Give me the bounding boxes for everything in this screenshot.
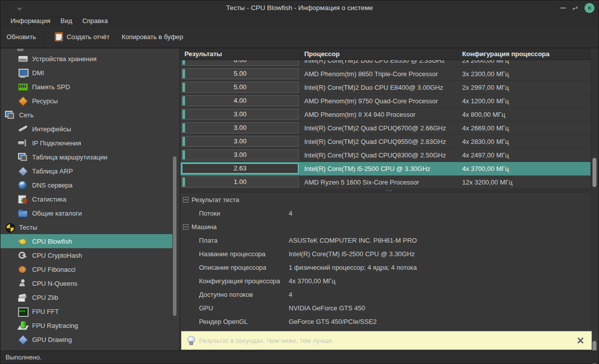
- table-row[interactable]: 4.00 AMD Phenom(tm) 9750 Quad-Core Proce…: [180, 94, 590, 108]
- sidebar-item-interfaces[interactable]: Интерфейсы: [1, 122, 172, 136]
- menu-information[interactable]: Информация: [6, 16, 56, 27]
- sidebar-item-gpu-drawing[interactable]: GPU Drawing: [1, 332, 172, 346]
- sidebar-item-fpu-fft[interactable]: FPU FFT: [1, 304, 172, 318]
- table-row[interactable]: 5.00 Intel(R) Core(TM)2 Duo CPU E8400@ 3…: [180, 81, 590, 94]
- sidebar-item-cpu-cryptohash[interactable]: CPU CryptoHash: [1, 248, 172, 262]
- status-text: Выполнено.: [6, 353, 42, 361]
- details-group-test-result[interactable]: Результат теста: [180, 193, 590, 207]
- hardinfo-window: Тесты - CPU Blowfish - Информация о сист…: [0, 0, 599, 364]
- sidebar-item-cpu-blowfish[interactable]: CPU Blowfish: [1, 234, 172, 248]
- table-row[interactable]: 6.00 Intel(R) Core(TM)2 Duo CPU E6550 @ …: [180, 60, 590, 67]
- result-bar: 3.00: [181, 122, 299, 133]
- details-row[interactable]: GPU NVIDIA GeForce GTS 450: [180, 301, 590, 315]
- details-scrollbar-track[interactable]: [590, 193, 598, 329]
- minimize-button[interactable]: [560, 8, 566, 9]
- diamond-icon: [18, 166, 28, 176]
- column-header-config[interactable]: Конфигурация процессора: [458, 49, 590, 60]
- result-bar: 1.00: [181, 176, 299, 188]
- collapse-expander-icon[interactable]: [183, 197, 188, 203]
- sidebar-item-cpu-zlib[interactable]: CPU Zlib: [1, 290, 172, 304]
- details-group-machine[interactable]: Машина: [180, 220, 590, 234]
- cylinder-icon: [18, 320, 28, 330]
- result-bar: 4.00: [181, 95, 299, 106]
- table-row[interactable]: 3.00 Intel(R) Core(TM)2 Quad CPUQ9550@ 2…: [180, 135, 590, 148]
- column-header-processor[interactable]: Процессор: [300, 49, 458, 60]
- result-bar: 5.00: [181, 82, 299, 93]
- harddisk-icon: [18, 54, 28, 64]
- generate-report-button[interactable]: Создать отчёт: [49, 30, 116, 45]
- column-header-results[interactable]: Результаты: [180, 49, 300, 60]
- toolbar: Обновить Создать отчёт Копировать в буфе…: [1, 27, 598, 48]
- roller-icon: [18, 292, 28, 302]
- table-row[interactable]: 3.00 Intel(R) Core(TM)2 Quad CPUQ6700@ 2…: [180, 121, 590, 135]
- details-row[interactable]: Рендер OpenGL GeForce GTS 450/PCIe/SSE2: [180, 315, 590, 328]
- window-title: Тесты - CPU Blowfish - Информация о сист…: [1, 1, 598, 16]
- menu-view[interactable]: Вид: [56, 16, 78, 27]
- copy-to-clipboard-button[interactable]: Копировать в буфер: [116, 30, 189, 45]
- result-bar: 3.00: [181, 109, 299, 120]
- sidebar-item-memory-spd[interactable]: Память SPD: [1, 80, 172, 94]
- sidebar-item-arp-table[interactable]: Таблица ARP: [1, 164, 172, 178]
- result-bar: 2.63: [181, 163, 299, 174]
- sidebar-item-shared-directories[interactable]: Общие каталоги: [1, 206, 172, 220]
- details-row[interactable]: Плата ASUSTeK COMPUTER INC. P8H61-M PRO: [180, 234, 590, 247]
- sidebar-scrollbar[interactable]: [173, 156, 176, 316]
- sidebar-item-statistics[interactable]: Статистика: [1, 192, 172, 206]
- sidebar-item-storage[interactable]: Устройства хранения: [1, 52, 172, 66]
- shell-icon: [18, 264, 28, 274]
- sidebar-item-dmi[interactable]: DMI: [1, 66, 172, 80]
- sidebar-item-cpu-nqueens[interactable]: CPU N-Queens: [1, 276, 172, 290]
- result-bar: 5.00: [181, 68, 299, 79]
- refresh-button[interactable]: Обновить: [1, 30, 42, 45]
- oscilloscope-icon: [18, 306, 28, 316]
- table-scrollbar-track[interactable]: [590, 49, 598, 189]
- benchmark-icon: [5, 222, 15, 232]
- details-pane: Результат теста Потоки 4 Машина Плата AS…: [180, 193, 590, 329]
- computer-icon: [18, 68, 28, 78]
- collapse-expander-icon[interactable]: [183, 224, 188, 230]
- cable-icon: [18, 124, 28, 134]
- table-row[interactable]: 3.00 AMD Phenom(tm) II X4 940 Processor …: [180, 108, 590, 121]
- result-bar: 6.00: [181, 60, 299, 66]
- sidebar-category-benchmarks[interactable]: Тесты: [1, 220, 172, 234]
- menubar: Информация Вид Справка: [1, 16, 598, 27]
- details-row[interactable]: Конфигурация процессора 4x 3700,00 МГц: [180, 274, 590, 288]
- globe-icon: [18, 180, 28, 190]
- diamond-icon: [18, 334, 28, 344]
- statistics-icon: [18, 194, 28, 204]
- sidebar-item-ip-connections[interactable]: IP Подключения: [1, 136, 172, 150]
- report-clipboard-icon: [55, 32, 63, 42]
- table-row-selected[interactable]: 2.63 Intel(R) Core(TM) i5-2500 CPU @ 3.3…: [180, 162, 590, 175]
- refresh-button-label: Обновить: [7, 33, 36, 41]
- pane-splitter[interactable]: ⋯: [180, 189, 598, 193]
- details-row[interactable]: Потоки 4: [180, 207, 590, 220]
- table-row[interactable]: 3.00 Intel(R) Core(TM)2 Quad CPUQ8300@ 2…: [180, 148, 590, 162]
- fish-icon: [18, 236, 28, 246]
- sidebar-item-dns-servers[interactable]: DNS сервера: [1, 178, 172, 192]
- result-bar: 3.00: [181, 149, 299, 160]
- hint-text: Результат в секундах. Чем ниже, тем лучш…: [199, 337, 571, 344]
- lightbulb-icon: [187, 336, 194, 345]
- maximize-button[interactable]: [573, 6, 577, 11]
- sidebar-item-resources[interactable]: Ресурсы: [1, 94, 172, 108]
- close-button[interactable]: [584, 3, 594, 13]
- details-row[interactable]: Название процессора Intel(R) Core(TM) i5…: [180, 247, 590, 261]
- table-scrollbar-thumb[interactable]: [592, 158, 596, 187]
- titlebar: Тесты - CPU Blowfish - Информация о сист…: [1, 1, 598, 16]
- network-icon: [5, 110, 15, 120]
- sidebar-item-cpu-fibonacci[interactable]: CPU Fibonacci: [1, 262, 172, 276]
- sidebar-item-fpu-raytracing[interactable]: FPU Raytracing: [1, 318, 172, 332]
- sidebar: Устройства хранения DMI Память SPD Ресур…: [1, 48, 180, 350]
- folder-icon: [18, 208, 28, 218]
- routing-icon: [18, 152, 28, 162]
- details-row[interactable]: Доступно потоков 4: [180, 288, 590, 301]
- menu-help[interactable]: Справка: [77, 16, 113, 27]
- clipped-sidebar-item: [17, 49, 24, 51]
- sidebar-category-network[interactable]: Сеть: [1, 108, 172, 122]
- benchmark-table: 6.00 Intel(R) Core(TM)2 Duo CPU E6550 @ …: [180, 60, 590, 189]
- details-row[interactable]: Описание процессора 1 физический процесс…: [180, 261, 590, 274]
- table-row[interactable]: 5.00 AMD Phenom(tm) 8650 Triple-Core Pro…: [180, 67, 590, 81]
- sidebar-item-routing-table[interactable]: Таблица маршрутизации: [1, 150, 172, 164]
- table-header: Результаты Процессор Конфигурация процес…: [180, 49, 590, 60]
- hint-close-icon[interactable]: ✕: [576, 336, 584, 345]
